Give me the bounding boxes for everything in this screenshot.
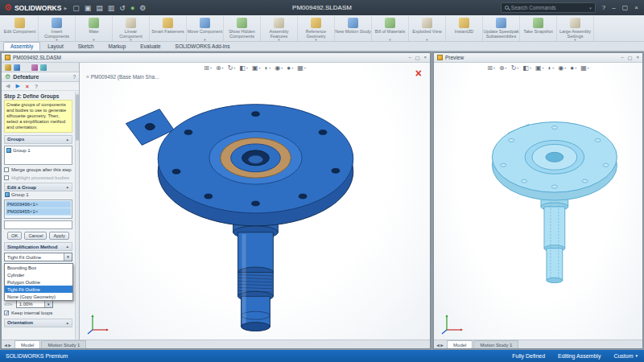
smart-fasteners-button[interactable]: Smart Fasteners: [150, 16, 187, 41]
dropdown-option[interactable]: None (Copy Geometry): [5, 293, 72, 300]
minimize-icon[interactable]: –: [408, 55, 411, 60]
pm-help-icon[interactable]: ?: [35, 84, 38, 89]
view-orientation-icon[interactable]: ▣: [535, 64, 544, 72]
zoom-area-icon[interactable]: ⊕: [216, 64, 224, 72]
pm-back-icon[interactable]: ◀: [6, 83, 10, 89]
group-list-item[interactable]: Group 1: [6, 147, 71, 154]
options-icon[interactable]: ⚙: [139, 4, 146, 12]
chevron-down-icon[interactable]: ▼: [64, 253, 72, 261]
open-file-icon[interactable]: ▣: [85, 4, 92, 12]
tab-evaluate[interactable]: Evaluate: [133, 42, 167, 51]
featuremanager-tree-icon[interactable]: [5, 64, 11, 71]
close-icon[interactable]: ×: [636, 55, 639, 60]
selected-component[interactable]: PM009455<1>: [6, 208, 71, 216]
assembly-features-button[interactable]: Assembly Features: [261, 16, 298, 41]
tab-sketch[interactable]: Sketch: [71, 42, 101, 51]
tab-markup[interactable]: Markup: [101, 42, 134, 51]
edit-appearance-icon[interactable]: ●: [287, 64, 293, 72]
zoom-area-icon[interactable]: ⊕: [499, 64, 507, 72]
exploded-view-button[interactable]: Exploded View: [409, 16, 446, 41]
linear-component-pattern-button[interactable]: Linear Component Pattern: [113, 16, 150, 41]
undo-icon[interactable]: ↺: [119, 4, 126, 12]
merge-groups-checkbox[interactable]: [4, 167, 9, 172]
simplification-method-select[interactable]: Tight Fit Outline ▼: [4, 253, 72, 261]
section-edit-group[interactable]: Edit a Group ▲: [4, 183, 72, 191]
groups-list[interactable]: Group 1: [4, 146, 72, 165]
logo-flyout-arrow-icon[interactable]: ▶: [64, 6, 67, 10]
hide-show-items-icon[interactable]: ◉: [275, 64, 283, 72]
pm-next-icon[interactable]: ▶: [15, 83, 19, 89]
edit-group-row[interactable]: Group 1: [4, 191, 72, 198]
instant3d-button[interactable]: Instant3D: [446, 16, 483, 41]
section-orientation[interactable]: Orientation ▲: [4, 319, 72, 327]
tab-motion-study[interactable]: Motion Study 1: [41, 340, 86, 348]
rebuild-icon[interactable]: ●: [130, 4, 134, 12]
apply-button[interactable]: Apply: [49, 232, 69, 240]
dropdown-option[interactable]: Bounding Box: [5, 264, 72, 271]
propertymanager-icon[interactable]: [14, 64, 20, 71]
minimize-icon[interactable]: –: [621, 55, 623, 60]
tab-assembly[interactable]: Assembly: [3, 42, 40, 51]
edit-appearance-icon[interactable]: ●: [570, 64, 576, 72]
zoom-fit-icon[interactable]: ⊞: [204, 64, 212, 72]
section-view-icon[interactable]: ◧: [239, 64, 248, 72]
display-style-icon[interactable]: ◐: [265, 64, 271, 72]
print-icon[interactable]: ▥: [108, 4, 115, 12]
cancel-button[interactable]: Cancel: [24, 232, 47, 240]
show-hidden-components-button[interactable]: Show Hidden Components: [224, 16, 261, 41]
new-motion-study-button[interactable]: New Motion Study: [335, 16, 372, 41]
edit-component-button[interactable]: Edit Component: [2, 16, 39, 41]
pm-help-icon[interactable]: ?: [72, 74, 76, 80]
scrollbar-thumb[interactable]: [76, 94, 79, 141]
pm-cancel-icon[interactable]: ×: [26, 84, 29, 89]
section-view-icon[interactable]: ◧: [522, 64, 531, 72]
pm-scrollbar[interactable]: [75, 92, 79, 339]
mate-button[interactable]: Mate: [76, 16, 113, 41]
move-component-button[interactable]: Move Component: [187, 16, 224, 41]
large-assembly-settings-button[interactable]: Large Assembly Settings: [557, 16, 594, 41]
tab-model[interactable]: Model: [447, 340, 473, 348]
section-simplification-method[interactable]: Simplification Method ▲: [4, 242, 72, 251]
close-icon[interactable]: ×: [634, 4, 638, 11]
section-groups[interactable]: Groups ▲: [4, 135, 72, 144]
search-input[interactable]: Search Commands ▾: [501, 2, 596, 13]
apply-scene-icon[interactable]: ▦: [297, 64, 306, 72]
tab-scroll-arrows[interactable]: ◀ ▶: [3, 343, 14, 348]
reference-geometry-button[interactable]: Reference Geometry: [298, 16, 335, 41]
selected-component[interactable]: PM009496<1>: [6, 201, 71, 208]
update-speedpak-button[interactable]: Update Speedpak Subassemblies: [483, 16, 520, 41]
previous-view-icon[interactable]: ↻: [511, 64, 519, 72]
pm-cancel-corner-icon[interactable]: ×: [415, 68, 422, 79]
graphics-area[interactable]: ⊞⊕↻◧▣◐◉●▦ »PM009492 (Base Main Sha... ×: [80, 63, 430, 339]
apply-scene-icon[interactable]: ▦: [580, 64, 589, 72]
keep-internal-loops-checkbox[interactable]: [4, 311, 9, 315]
breadcrumb[interactable]: »PM009492 (Base Main Sha...: [86, 74, 159, 80]
selection-field[interactable]: [4, 220, 72, 229]
tab-layout[interactable]: Layout: [40, 42, 71, 51]
flyout-tree-icon[interactable]: »: [86, 74, 89, 80]
restore-icon[interactable]: ▢: [415, 55, 420, 60]
display-style-icon[interactable]: ◐: [548, 64, 555, 72]
dimxpertmanager-icon[interactable]: [31, 64, 38, 71]
chevron-down-icon[interactable]: ▼: [44, 301, 52, 308]
restore-icon[interactable]: ▢: [622, 4, 629, 11]
restore-icon[interactable]: ▢: [628, 55, 633, 60]
bill-of-materials-button[interactable]: Bill of Materials: [372, 16, 409, 41]
search-dropdown-icon[interactable]: ▾: [589, 6, 592, 10]
tab-model[interactable]: Model: [14, 340, 40, 348]
configurationmanager-icon[interactable]: [23, 64, 29, 71]
size-percent-select[interactable]: 1.00% ▼: [16, 300, 53, 308]
insert-components-button[interactable]: Insert Components: [39, 16, 76, 41]
tab-solidworks-add-ins[interactable]: SOLIDWORKS Add-Ins: [168, 42, 237, 51]
dropdown-option[interactable]: Polygon Outline: [5, 278, 72, 286]
save-icon[interactable]: ▤: [96, 4, 103, 12]
group-components-selection[interactable]: PM009496<1>PM009455<1>: [4, 200, 72, 219]
close-icon[interactable]: ×: [423, 55, 427, 60]
zoom-fit-icon[interactable]: ⊞: [487, 64, 495, 72]
new-file-icon[interactable]: ▢: [72, 4, 80, 12]
units-selector[interactable]: Custom ▼: [613, 353, 638, 359]
view-orientation-icon[interactable]: ▣: [252, 64, 261, 72]
ok-button[interactable]: OK: [7, 232, 22, 240]
preview-graphics-area[interactable]: ⊞⊕↻◧▣◐◉●▦: [434, 63, 642, 339]
tab-motion-study[interactable]: Motion Study 1: [473, 340, 518, 348]
